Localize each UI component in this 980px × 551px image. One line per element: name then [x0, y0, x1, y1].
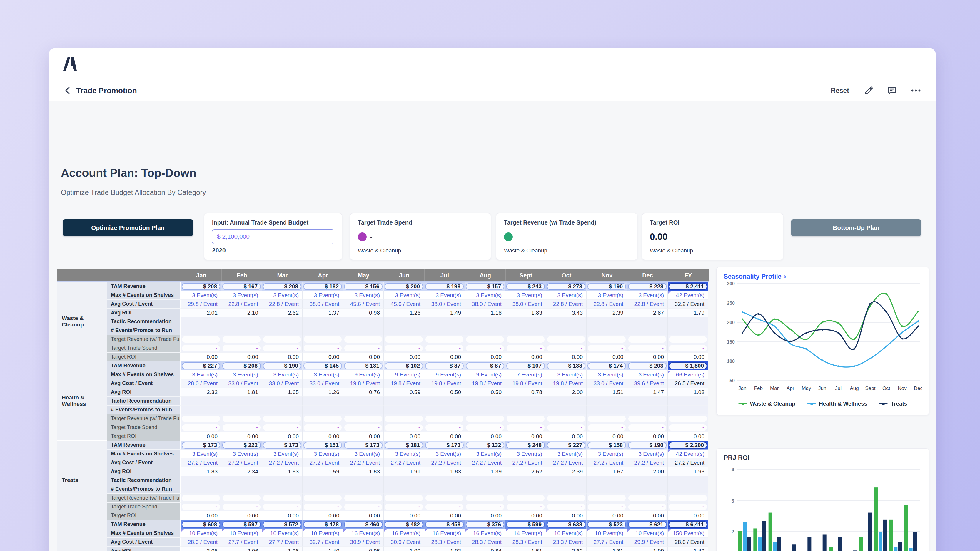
grid-cell[interactable]: 33.0 / Event — [587, 379, 627, 388]
grid-cell[interactable]: 9 Event(s) — [343, 370, 384, 379]
grid-cell[interactable]: 33.0 / Event — [221, 379, 262, 388]
grid-cell[interactable]: 33.0 / Event — [262, 379, 302, 388]
grid-cell[interactable] — [465, 318, 506, 326]
grid-cell[interactable] — [465, 476, 506, 485]
grid-cell[interactable] — [221, 414, 262, 423]
edit-button[interactable] — [864, 86, 874, 95]
grid-cell[interactable]: $ 203 — [627, 362, 668, 370]
grid-cell[interactable]: $ 173 — [181, 441, 221, 449]
grid-cell[interactable]: 3 Event(s) — [587, 449, 627, 459]
grid-cell[interactable]: 3 Event(s) — [424, 449, 465, 459]
reset-button[interactable]: Reset — [829, 86, 851, 95]
grid-cell[interactable]: 42 Event(s) — [668, 291, 708, 300]
grid-cell[interactable]: 1.81 — [587, 546, 627, 551]
grid-cell[interactable]: 10 Event(s) — [587, 529, 627, 538]
grid-cell[interactable]: 28.3 / Event — [181, 538, 221, 546]
grid-cell[interactable]: - — [302, 502, 343, 511]
grid-cell[interactable]: $ 248 — [506, 441, 546, 449]
grid-cell[interactable] — [465, 397, 506, 405]
grid-cell[interactable] — [627, 476, 668, 485]
grid-cell[interactable]: 32.2 / Event — [668, 300, 708, 308]
grid-cell[interactable]: 2.34 — [221, 467, 262, 476]
grid-cell[interactable]: 30.9 / Event — [343, 538, 384, 546]
grid-cell[interactable]: - — [262, 344, 302, 353]
grid-cell[interactable] — [546, 405, 587, 414]
grid-cell[interactable]: 27.2 / Event — [343, 459, 384, 467]
grid-cell[interactable] — [343, 414, 384, 423]
grid-cell[interactable]: - — [384, 502, 424, 511]
grid-cell[interactable]: - — [424, 344, 465, 353]
grid-cell[interactable]: $ 478 — [302, 520, 343, 529]
grid-cell[interactable] — [546, 326, 587, 335]
grid-cell[interactable]: 27.2 / Event — [221, 459, 262, 467]
grid-cell[interactable]: 16 Event(s) — [424, 529, 465, 538]
grid-cell[interactable] — [546, 485, 587, 494]
grid-cell[interactable] — [587, 476, 627, 485]
grid-cell[interactable] — [302, 485, 343, 494]
grid-cell[interactable]: $ 87 — [465, 362, 506, 370]
grid-cell[interactable]: $ 182 — [302, 282, 343, 291]
grid-cell[interactable]: 1.03 — [424, 546, 465, 551]
grid-cell[interactable]: $ 1,800 — [668, 362, 708, 370]
grid-cell[interactable]: 1.67 — [587, 467, 627, 476]
grid-cell[interactable]: $ 131 — [343, 362, 384, 370]
grid-cell[interactable]: $ 87 — [424, 362, 465, 370]
grid-cell[interactable]: 19.8 / Event — [546, 379, 587, 388]
grid-cell[interactable] — [343, 326, 384, 335]
grid-cell[interactable]: 38.0 / Event — [424, 300, 465, 308]
grid-cell[interactable]: - — [506, 423, 546, 432]
grid-cell[interactable]: $ 599 — [506, 520, 546, 529]
grid-cell[interactable]: 1.37 — [302, 308, 343, 318]
grid-cell[interactable]: 0.00 — [302, 511, 343, 520]
grid-cell[interactable]: 0.00 — [506, 432, 546, 441]
grid-cell[interactable]: 3 Event(s) — [221, 449, 262, 459]
grid-cell[interactable]: 0.00 — [181, 432, 221, 441]
grid-cell[interactable] — [506, 318, 546, 326]
grid-cell[interactable]: 1.93 — [668, 467, 708, 476]
grid-cell[interactable] — [221, 318, 262, 326]
grid-cell[interactable]: 38.0 / Event — [302, 300, 343, 308]
grid-cell[interactable]: $ 156 — [343, 282, 384, 291]
grid-cell[interactable]: $ 638 — [546, 520, 587, 529]
grid-cell[interactable]: 28.3 / Event — [465, 538, 506, 546]
grid-cell[interactable]: 0.00 — [546, 511, 587, 520]
grid-cell[interactable] — [221, 485, 262, 494]
grid-cell[interactable]: 27.2 / Event — [424, 459, 465, 467]
grid-cell[interactable]: - — [668, 502, 708, 511]
grid-cell[interactable]: 1.26 — [384, 308, 424, 318]
grid-cell[interactable]: $ 173 — [343, 441, 384, 449]
grid-cell[interactable] — [262, 326, 302, 335]
grid-cell[interactable]: 27.2 / Event — [627, 459, 668, 467]
grid-cell[interactable]: 0.00 — [384, 511, 424, 520]
grid-cell[interactable] — [587, 326, 627, 335]
grid-cell[interactable] — [181, 476, 221, 485]
grid-cell[interactable] — [221, 494, 262, 502]
grid-cell[interactable]: 27.7 / Event — [221, 538, 262, 546]
grid-cell[interactable]: 3.43 — [546, 308, 587, 318]
grid-cell[interactable] — [668, 476, 708, 485]
grid-cell[interactable]: 9 Event(s) — [465, 370, 506, 379]
grid-cell[interactable]: 0.59 — [384, 388, 424, 397]
grid-cell[interactable] — [587, 405, 627, 414]
grid-cell[interactable] — [546, 397, 587, 405]
grid-cell[interactable]: 0.00 — [668, 511, 708, 520]
grid-cell[interactable] — [302, 414, 343, 423]
grid-cell[interactable] — [668, 397, 708, 405]
grid-cell[interactable] — [221, 405, 262, 414]
grid-cell[interactable] — [668, 318, 708, 326]
grid-cell[interactable]: 0.00 — [221, 432, 262, 441]
grid-cell[interactable]: - — [181, 423, 221, 432]
grid-cell[interactable] — [384, 405, 424, 414]
grid-cell[interactable]: 2.62 — [262, 308, 302, 318]
grid-cell[interactable]: - — [181, 502, 221, 511]
grid-cell[interactable]: 2.01 — [181, 308, 221, 318]
grid-cell[interactable] — [627, 494, 668, 502]
grid-cell[interactable]: $ 198 — [424, 282, 465, 291]
grid-cell[interactable] — [506, 335, 546, 344]
grid-cell[interactable]: 3 Event(s) — [181, 449, 221, 459]
grid-cell[interactable]: 66 Event(s) — [668, 370, 708, 379]
grid-cell[interactable] — [262, 494, 302, 502]
grid-cell[interactable] — [262, 335, 302, 344]
grid-cell[interactable]: - — [221, 344, 262, 353]
grid-cell[interactable]: 1.65 — [262, 388, 302, 397]
